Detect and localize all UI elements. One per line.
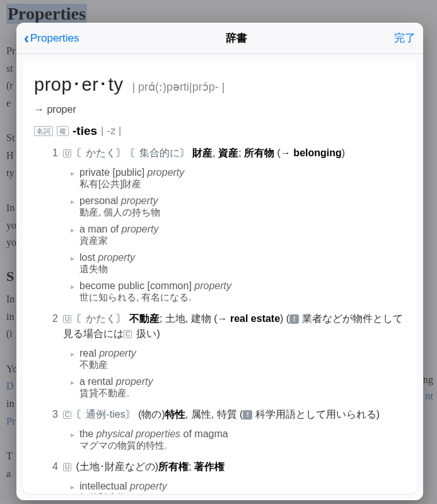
plural-box: 複 (57, 126, 69, 136)
triangle-icon: ▸ (71, 226, 74, 234)
sense-2-examples: ▸real property不動産 ▸a rental property賃貸不動… (34, 348, 405, 399)
triangle-icon: ▸ (71, 483, 74, 491)
dictionary-modal: ‹ Properties 辞書 完了 prop･er･ty | prɑ́(ː)p… (16, 23, 423, 500)
example-item: ▸personal property動産, 個人の持ち物 (71, 195, 405, 219)
example-item: ▸lost property遺失物 (71, 252, 405, 275)
countability-u: U (63, 149, 71, 158)
dictionary-card: prop･er･ty | prɑ́(ː)pərti|prɔ́p- | → pro… (23, 60, 417, 494)
example-item: ▸the physical properties of magmaマグマの物質的… (71, 428, 405, 452)
countability-u: U (63, 463, 71, 471)
example-item: ▸a rental property賃貸不動産. (71, 376, 405, 399)
triangle-icon: ▸ (71, 254, 74, 263)
example-item: ▸private [public] property私有[公共]財産 (71, 167, 405, 190)
sense-3-examples: ▸the physical properties of magmaマグマの物質的… (34, 428, 405, 452)
triangle-icon: ▸ (71, 197, 74, 206)
inflection-pron: | -z | (101, 125, 121, 137)
countability-c: C (124, 330, 132, 338)
example-item: ▸a man of property資産家 (71, 224, 405, 247)
modal-body[interactable]: prop･er･ty | prɑ́(ː)pərti|prɔ́p- | → pro… (16, 54, 423, 500)
cross-ref: → proper (34, 104, 405, 115)
chevron-left-icon: ‹ (24, 31, 29, 46)
sense-1: 1 U 〘かたく〙 〘集合的に〙 財産, 資産; 所有物 (→ belongin… (34, 146, 405, 161)
back-label: Properties (30, 32, 79, 45)
headword-row: prop･er･ty | prɑ́(ː)pərti|prɔ́p- | (34, 74, 405, 95)
pronunciation: | prɑ́(ː)pərti|prɔ́p- | (132, 80, 224, 94)
sense-1-examples: ▸private [public] property私有[公共]財産 ▸pers… (34, 167, 405, 304)
countability-u: U (63, 315, 71, 323)
note-icon: ! (243, 410, 252, 420)
sense-4: 4 U (土地･財産などの)所有権; 著作権 (34, 459, 405, 474)
inflection: -ties (73, 124, 97, 138)
triangle-icon: ▸ (71, 282, 74, 291)
triangle-icon: ▸ (71, 430, 74, 439)
example-item: ▸intellectual property知的財産権. (71, 481, 405, 494)
done-button[interactable]: 完了 (394, 31, 416, 45)
triangle-icon: ▸ (71, 378, 74, 387)
sense-3: 3 C 〘通例-ties〙 (物の)特性, 属性, 特質 (! 科学用語として用… (34, 407, 405, 422)
example-item: ▸become public [common] property世に知られる, … (71, 280, 405, 304)
countability-c: C (63, 411, 71, 419)
modal-nav: ‹ Properties 辞書 完了 (16, 23, 423, 54)
modal-title: 辞書 (226, 31, 247, 45)
note-icon: ! (289, 314, 299, 324)
back-button[interactable]: ‹ Properties (24, 31, 79, 46)
triangle-icon: ▸ (71, 169, 74, 178)
triangle-icon: ▸ (71, 350, 74, 358)
headword: prop･er･ty (34, 74, 123, 95)
sense-2: 2 U 〘かたく〙 不動産; 土地, 建物 (→ real estate) (!… (34, 311, 405, 341)
pos-inflection-row: 名詞 複 -ties | -z | (34, 124, 405, 138)
sense-4-examples: ▸intellectual property知的財産権. (34, 481, 405, 494)
pos-noun: 名詞 (34, 126, 53, 136)
example-item: ▸real property不動産 (71, 348, 405, 371)
